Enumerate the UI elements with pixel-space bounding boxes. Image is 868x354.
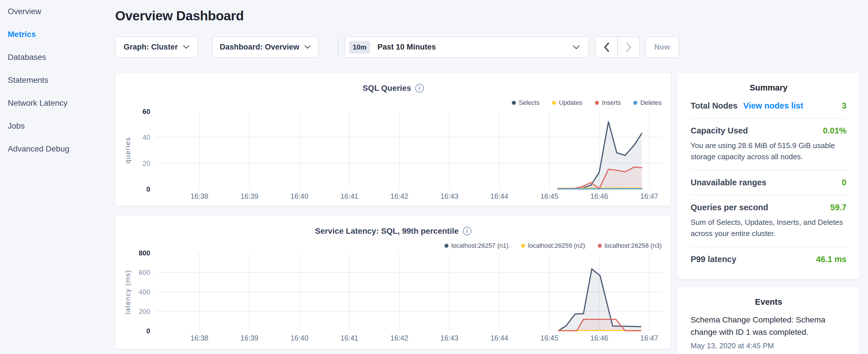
event-message: Schema Change Completed: Schema change w… (691, 314, 846, 339)
chevron-down-icon (573, 45, 580, 49)
summary-row-label: Queries per second (691, 203, 768, 212)
summary-row-value: 0 (842, 178, 846, 187)
svg-text:16:44: 16:44 (490, 334, 508, 342)
sidebar-item-jobs[interactable]: Jobs (0, 115, 115, 137)
time-window-select[interactable]: 10m Past 10 Minutes (345, 37, 589, 58)
time-forward-button[interactable] (618, 37, 640, 58)
summary-row-value: 0.01% (823, 126, 846, 135)
chevron-right-icon (626, 42, 631, 52)
legend-label: Selects (519, 99, 539, 106)
svg-text:60: 60 (143, 108, 150, 116)
svg-text:16:42: 16:42 (390, 334, 408, 342)
svg-text:16:43: 16:43 (440, 192, 459, 200)
chevron-down-icon (304, 45, 311, 49)
events-panel: Events Schema Change Completed: Schema c… (677, 287, 860, 354)
legend-label: Inserts (602, 99, 621, 106)
svg-text:16:45: 16:45 (540, 334, 559, 342)
legend-label: Updates (559, 99, 582, 106)
dashboard-dropdown[interactable]: Dashboard: Overview (212, 37, 318, 58)
series-color-dot (552, 101, 556, 105)
svg-text:40: 40 (143, 133, 150, 141)
svg-text:16:44: 16:44 (490, 192, 508, 200)
svg-text:400: 400 (139, 288, 150, 296)
svg-text:16:39: 16:39 (241, 334, 258, 342)
svg-text:16:47: 16:47 (640, 192, 658, 200)
sql-queries-card: SQL Queries i Selects Updates Inserts De… (115, 72, 671, 206)
events-title: Events (677, 297, 860, 307)
legend-item: localhost:26259 (n2) (521, 242, 585, 250)
service-latency-card: Service Latency: SQL, 99th percentile i … (115, 215, 671, 349)
summary-row-capacity-used: Capacity Used 0.01% You are using 28.6 M… (691, 119, 846, 170)
chevron-left-icon (604, 42, 610, 52)
sidebar-item-network-latency[interactable]: Network Latency (0, 92, 115, 115)
summary-row-label: P99 latency (691, 255, 737, 264)
svg-text:800: 800 (139, 249, 150, 257)
svg-text:16:40: 16:40 (290, 334, 309, 342)
graph-dropdown-label: Graph: Cluster (124, 43, 178, 52)
chart-legend: localhost:26257 (n1) localhost:26259 (n2… (432, 242, 662, 250)
summary-panel: Summary Total Nodes View nodes list 3 Ca… (677, 72, 860, 279)
svg-text:16:43: 16:43 (440, 334, 459, 342)
summary-row-label: Unavailable ranges (691, 178, 766, 187)
summary-row-unavailable-ranges: Unavailable ranges 0 (691, 170, 846, 195)
time-back-button[interactable] (595, 37, 618, 58)
svg-text:16:46: 16:46 (590, 334, 608, 342)
sidebar-item-metrics[interactable]: Metrics (0, 23, 115, 46)
series-color-dot (512, 101, 516, 105)
series-color-dot (598, 244, 602, 248)
legend-item: Deletes (633, 99, 662, 106)
svg-text:16:38: 16:38 (191, 334, 209, 342)
summary-title: Summary (677, 83, 860, 93)
legend-label: Deletes (640, 99, 662, 106)
sidebar: Overview Metrics Databases Statements Ne… (0, 0, 115, 354)
series-color-dot (633, 101, 637, 105)
time-window-badge: 10m (349, 41, 370, 54)
time-window-label: Past 10 Minutes (377, 43, 573, 52)
svg-text:16:47: 16:47 (640, 334, 658, 342)
series-color-dot (444, 244, 448, 248)
svg-text:600: 600 (139, 269, 150, 277)
svg-text:latency (ms): latency (ms) (124, 270, 131, 314)
toolbar-divider (338, 37, 338, 58)
legend-item: Updates (552, 99, 582, 106)
svg-text:20: 20 (143, 160, 150, 167)
summary-row-label: Capacity Used (691, 126, 748, 135)
summary-row-p99-latency: P99 latency 46.1 ms (691, 247, 846, 271)
legend-label: localhost:26257 (n1) (451, 242, 508, 250)
summary-row-description: You are using 28.6 MiB of 515.9 GiB usab… (691, 140, 846, 162)
page-title: Overview Dashboard (115, 8, 244, 24)
summary-row-description: Sum of Selects, Updates, Inserts, and De… (691, 217, 846, 239)
graph-dropdown[interactable]: Graph: Cluster (115, 37, 198, 58)
view-nodes-link[interactable]: View nodes list (743, 101, 803, 110)
summary-row-queries-per-second: Queries per second 59.7 Sum of Selects, … (691, 195, 846, 247)
svg-text:queries: queries (124, 137, 131, 164)
series-color-dot (521, 244, 525, 248)
svg-text:16:41: 16:41 (340, 192, 359, 200)
info-icon[interactable]: i (463, 227, 471, 235)
svg-text:16:39: 16:39 (241, 192, 258, 200)
summary-row-value: 46.1 ms (816, 255, 846, 264)
legend-item: localhost:26257 (n1) (444, 242, 508, 250)
sidebar-item-databases[interactable]: Databases (0, 46, 115, 69)
svg-text:16:40: 16:40 (290, 192, 309, 200)
chart-title: Service Latency: SQL, 99th percentile (315, 227, 459, 236)
sidebar-item-overview[interactable]: Overview (0, 0, 115, 23)
legend-label: localhost:26259 (n2) (528, 242, 585, 250)
sidebar-item-statements[interactable]: Statements (0, 69, 115, 92)
svg-text:16:46: 16:46 (590, 192, 608, 200)
svg-text:16:45: 16:45 (540, 192, 559, 200)
time-nav-buttons (595, 37, 640, 58)
sidebar-item-advanced-debug[interactable]: Advanced Debug (0, 137, 115, 160)
summary-row-value: 59.7 (831, 203, 846, 212)
legend-label: localhost:26258 (n3) (604, 242, 662, 250)
summary-row-label: Total Nodes (691, 101, 738, 110)
svg-text:16:38: 16:38 (191, 192, 209, 200)
info-icon[interactable]: i (415, 84, 424, 93)
toolbar: Graph: Cluster Dashboard: Overview 10m P… (115, 37, 679, 58)
now-button[interactable]: Now (645, 37, 679, 58)
chevron-down-icon (183, 45, 189, 49)
summary-row-value: 3 (842, 101, 846, 110)
dashboard-dropdown-label: Dashboard: Overview (220, 43, 300, 52)
legend-item: Selects (512, 99, 539, 106)
svg-text:16:42: 16:42 (390, 192, 408, 200)
